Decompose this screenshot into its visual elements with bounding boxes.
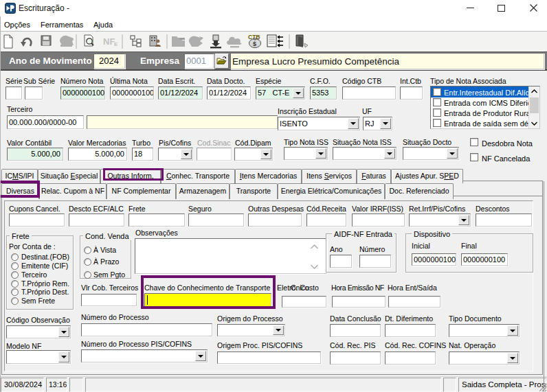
svg-text:E: E bbox=[114, 41, 118, 47]
svg-text:NF: NF bbox=[103, 36, 115, 47]
svg-text:$: $ bbox=[253, 41, 256, 47]
